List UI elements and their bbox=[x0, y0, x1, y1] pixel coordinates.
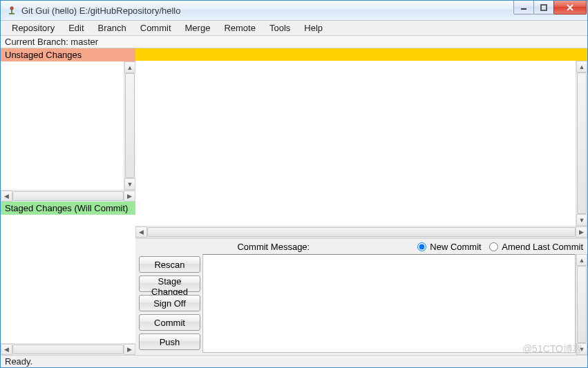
status-text: Ready. bbox=[5, 356, 32, 367]
svg-rect-3 bbox=[521, 8, 527, 10]
window-buttons bbox=[514, 1, 587, 14]
new-commit-radio[interactable]: New Commit bbox=[417, 242, 482, 252]
amend-commit-label: Amend Last Commit bbox=[502, 242, 583, 252]
menu-tools[interactable]: Tools bbox=[263, 21, 297, 35]
minimize-button[interactable] bbox=[513, 1, 534, 14]
svg-point-0 bbox=[10, 7, 13, 10]
scroll-up-icon[interactable]: ▲ bbox=[576, 61, 587, 72]
scroll-thumb[interactable] bbox=[12, 191, 124, 201]
staged-list[interactable] bbox=[1, 215, 135, 343]
window-title: Git Gui (hello) E:/gitHubRepository/hell… bbox=[21, 6, 514, 16]
scroll-right-icon[interactable]: ▶ bbox=[124, 344, 135, 355]
diff-view[interactable]: ▲ ▼ bbox=[135, 61, 587, 226]
commit-message-scrollbar[interactable]: ▲ ▼ bbox=[576, 254, 587, 355]
scroll-thumb[interactable] bbox=[125, 73, 135, 178]
scroll-left-icon[interactable]: ◀ bbox=[1, 344, 12, 355]
current-branch-label: Current Branch: master bbox=[1, 36, 587, 48]
unstaged-vertical-scrollbar[interactable]: ▲ ▼ bbox=[124, 61, 135, 190]
scroll-thumb[interactable] bbox=[577, 266, 587, 343]
scroll-up-icon[interactable]: ▲ bbox=[124, 61, 135, 73]
scroll-up-icon[interactable]: ▲ bbox=[576, 254, 587, 266]
scroll-down-icon[interactable]: ▼ bbox=[576, 214, 587, 226]
svg-rect-4 bbox=[541, 5, 547, 10]
diff-header bbox=[135, 48, 587, 61]
svg-rect-1 bbox=[11, 10, 12, 13]
unstaged-list[interactable]: ▲ ▼ bbox=[1, 61, 135, 190]
scroll-right-icon[interactable]: ▶ bbox=[124, 191, 135, 202]
commit-button-column: Rescan Stage Changed Sign Off Commit Pus… bbox=[135, 254, 202, 355]
diff-vertical-scrollbar[interactable]: ▲ ▼ bbox=[576, 61, 587, 226]
push-button[interactable]: Push bbox=[139, 333, 200, 350]
menu-commit[interactable]: Commit bbox=[133, 21, 178, 35]
maximize-button[interactable] bbox=[533, 1, 554, 14]
commit-message-label: Commit Message: bbox=[135, 242, 412, 252]
menu-edit[interactable]: Edit bbox=[61, 21, 91, 35]
stage-changed-button[interactable]: Stage Changed bbox=[139, 275, 200, 292]
window: Git Gui (hello) E:/gitHubRepository/hell… bbox=[0, 0, 588, 368]
git-gui-icon bbox=[6, 5, 17, 16]
main-area: Unstaged Changes ▲ ▼ ◀ ▶ Staged Changes … bbox=[1, 48, 587, 355]
status-bar: Ready. bbox=[1, 355, 587, 367]
scroll-thumb[interactable] bbox=[147, 227, 576, 237]
menu-branch[interactable]: Branch bbox=[91, 21, 133, 35]
menubar: Repository Edit Branch Commit Merge Remo… bbox=[1, 21, 587, 36]
commit-message-input[interactable] bbox=[202, 254, 576, 353]
watermark: @51CTO博客 bbox=[522, 343, 582, 356]
amend-commit-radio[interactable]: Amend Last Commit bbox=[489, 242, 583, 252]
staged-horizontal-scrollbar[interactable]: ◀ ▶ bbox=[1, 343, 135, 355]
scroll-left-icon[interactable]: ◀ bbox=[1, 191, 12, 202]
new-commit-label: New Commit bbox=[430, 242, 481, 252]
commit-button[interactable]: Commit bbox=[139, 314, 200, 331]
scroll-right-icon[interactable]: ▶ bbox=[576, 226, 587, 238]
menu-merge[interactable]: Merge bbox=[178, 21, 218, 35]
staged-header[interactable]: Staged Changes (Will Commit) bbox=[1, 202, 135, 215]
unstaged-header[interactable]: Unstaged Changes bbox=[1, 48, 135, 61]
left-column: Unstaged Changes ▲ ▼ ◀ ▶ Staged Changes … bbox=[1, 48, 135, 355]
svg-rect-2 bbox=[9, 13, 15, 14]
commit-panel: Commit Message: New Commit Amend Last Co… bbox=[135, 238, 587, 355]
rescan-button[interactable]: Rescan bbox=[139, 256, 200, 273]
menu-repository[interactable]: Repository bbox=[5, 21, 61, 35]
sign-off-button[interactable]: Sign Off bbox=[139, 295, 200, 311]
scroll-down-icon[interactable]: ▼ bbox=[124, 178, 135, 190]
unstaged-horizontal-scrollbar[interactable]: ◀ ▶ bbox=[1, 190, 135, 202]
menu-remote[interactable]: Remote bbox=[217, 21, 263, 35]
right-column: ▲ ▼ ◀ ▶ Commit Message: New Commit Amend… bbox=[135, 48, 587, 355]
scroll-thumb[interactable] bbox=[577, 72, 587, 214]
menu-help[interactable]: Help bbox=[297, 21, 330, 35]
scroll-thumb[interactable] bbox=[12, 345, 124, 354]
commit-header: Commit Message: New Commit Amend Last Co… bbox=[135, 239, 587, 254]
titlebar[interactable]: Git Gui (hello) E:/gitHubRepository/hell… bbox=[1, 1, 587, 21]
diff-horizontal-scrollbar[interactable]: ◀ ▶ bbox=[135, 226, 587, 238]
close-button[interactable] bbox=[553, 1, 587, 14]
scroll-left-icon[interactable]: ◀ bbox=[135, 226, 147, 238]
